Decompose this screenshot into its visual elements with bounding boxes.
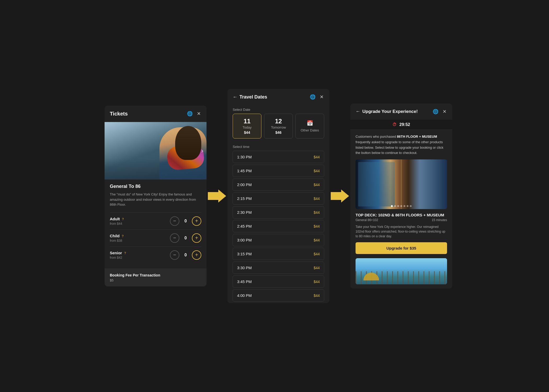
price-1: $44 [314, 155, 320, 159]
price-10: $44 [314, 280, 320, 284]
tickets-panel: Tickets 🌐 ✕ › [105, 106, 207, 286]
upgrade-close-icon[interactable]: ✕ [442, 108, 447, 115]
svg-marker-0 [208, 189, 226, 203]
adult-controls: − 0 + [170, 216, 201, 226]
upgrade-back-icon: ← [356, 109, 360, 114]
time-2: 1:45 PM [237, 169, 252, 173]
arrow-2 [329, 188, 350, 204]
child-type: Child [110, 234, 120, 238]
travel-dates-header-icons: 🌐 ✕ [309, 94, 324, 100]
date-tomorrow-num: 12 [267, 118, 290, 125]
date-tomorrow-price: $46 [267, 130, 290, 135]
time-6: 2:45 PM [237, 224, 252, 228]
tickets-header-icons: 🌐 ✕ [186, 110, 201, 117]
time-slot-8[interactable]: 3:15 PM $44 [233, 248, 324, 260]
upgrade-header: ← Upgrade Your Experience! 🌐 ✕ [350, 103, 452, 120]
senior-qty: 0 [183, 253, 188, 257]
price-11: $44 [314, 293, 320, 298]
product-title: General To 86 [110, 184, 201, 189]
date-tomorrow[interactable]: 12 Tomorrow $46 [264, 114, 293, 139]
senior-type: Senior [110, 251, 122, 255]
time-slot-7[interactable]: 3:00 PM $44 [233, 234, 324, 246]
time-10: 3:45 PM [237, 279, 252, 284]
time-8: 3:15 PM [237, 252, 252, 256]
upgrade-back-button[interactable]: ← Upgrade Your Experience! [356, 109, 418, 114]
adult-minus-button[interactable]: − [170, 216, 179, 226]
senior-label-group: Senior ? from $42 [110, 251, 126, 260]
child-ticket-row: Child ? from $38 − 0 + [110, 229, 201, 246]
price-2: $44 [314, 169, 320, 173]
adult-price: from $44 [110, 222, 124, 226]
senior-controls: − 0 + [170, 250, 201, 260]
time-3: 2:00 PM [237, 182, 252, 187]
time-slot-3[interactable]: 2:00 PM $44 [233, 178, 324, 191]
travel-dates-panel: ← Travel Dates 🌐 ✕ Select Date 11 Today … [227, 89, 329, 303]
upgrade-panel: ← Upgrade Your Experience! 🌐 ✕ ⏱ 29:52 C… [350, 103, 452, 289]
adult-label: Adult ? [110, 217, 124, 221]
senior-price: from $42 [110, 256, 126, 260]
time-slot-6[interactable]: 2:45 PM $44 [233, 220, 324, 232]
upgrade-globe-icon[interactable]: 🌐 [432, 108, 439, 115]
adult-label-group: Adult ? from $44 [110, 217, 124, 226]
date-today[interactable]: 11 Today $44 [233, 114, 261, 139]
calendar-icon: 📅 [307, 120, 313, 126]
upgrade-dot-4 [401, 205, 402, 207]
close-icon[interactable]: ✕ [196, 110, 201, 117]
select-time-label: Select time [227, 142, 329, 151]
child-controls: − 0 + [170, 233, 201, 243]
time-slot-10[interactable]: 3:45 PM $44 [233, 275, 324, 288]
date-other[interactable]: 📅 Other Dates [295, 114, 324, 139]
back-icon: ← [233, 94, 237, 100]
time-1: 1:30 PM [237, 155, 252, 159]
adult-qty: 0 [183, 219, 188, 223]
globe-icon[interactable]: 🌐 [186, 110, 193, 117]
adult-plus-button[interactable]: + [192, 216, 201, 226]
upgrade-dot-7 [410, 205, 412, 207]
senior-plus-button[interactable]: + [192, 250, 201, 260]
upgrade-title: Upgrade Your Experience! [362, 109, 418, 114]
back-button[interactable]: ← Travel Dates [233, 94, 267, 100]
tickets-title: Tickets [110, 111, 128, 117]
upgrade-product-image [356, 159, 447, 209]
time-slot-1[interactable]: 1:30 PM $44 [233, 151, 324, 163]
carousel-next-icon[interactable]: › [201, 147, 203, 154]
time-7: 3:00 PM [237, 238, 252, 242]
upgrade-product-sub: General 86+102 15 minutes [356, 218, 447, 222]
child-minus-button[interactable]: − [170, 233, 179, 243]
upgrade-button[interactable]: Upgrade for $35 [356, 242, 447, 254]
time-slot-9[interactable]: 3:30 PM $44 [233, 262, 324, 274]
price-8: $44 [314, 252, 320, 256]
travel-globe-icon[interactable]: 🌐 [309, 94, 316, 100]
adult-ticket-row: Adult ? from $44 − 0 + [110, 212, 201, 229]
time-slot-4[interactable]: 2:15 PM $44 [233, 192, 324, 205]
select-date-label: Select Date [227, 105, 329, 114]
travel-close-icon[interactable]: ✕ [319, 94, 324, 100]
date-today-price: $44 [236, 130, 259, 135]
upgrade-dot-1 [391, 205, 393, 207]
upgrade-carousel-dots [391, 205, 412, 207]
senior-label: Senior ? [110, 251, 126, 255]
adult-help-icon[interactable]: ? [122, 217, 124, 221]
senior-help-icon[interactable]: ? [124, 251, 126, 255]
child-label-group: Child ? from $38 [110, 234, 124, 243]
time-11: 4:00 PM [237, 293, 252, 298]
price-3: $44 [314, 183, 320, 187]
timer-icon: ⏱ [392, 122, 397, 127]
price-6: $44 [314, 224, 320, 228]
senior-ticket-row: Senior ? from $42 − 0 + [110, 246, 201, 263]
tickets-header: Tickets 🌐 ✕ [105, 106, 207, 122]
time-slot-5[interactable]: 2:30 PM $44 [233, 206, 324, 218]
child-qty: 0 [183, 236, 188, 240]
upgrade-body: Customers who purchased 86TH FLOOR + MUS… [350, 130, 452, 289]
child-help-icon[interactable]: ? [122, 234, 124, 238]
travel-dates-title: Travel Dates [239, 94, 267, 100]
time-slot-2[interactable]: 1:45 PM $44 [233, 165, 324, 177]
upgrade-product-subtitle: General 86+102 [356, 218, 378, 222]
time-slot-11[interactable]: 4:00 PM $44 [233, 289, 324, 302]
upgrade-desc: Take your New York City experience highe… [356, 224, 447, 239]
child-price: from $38 [110, 239, 124, 243]
senior-minus-button[interactable]: − [170, 250, 179, 260]
adult-type: Adult [110, 217, 120, 221]
child-plus-button[interactable]: + [192, 233, 201, 243]
second-upgrade-image [356, 258, 447, 284]
